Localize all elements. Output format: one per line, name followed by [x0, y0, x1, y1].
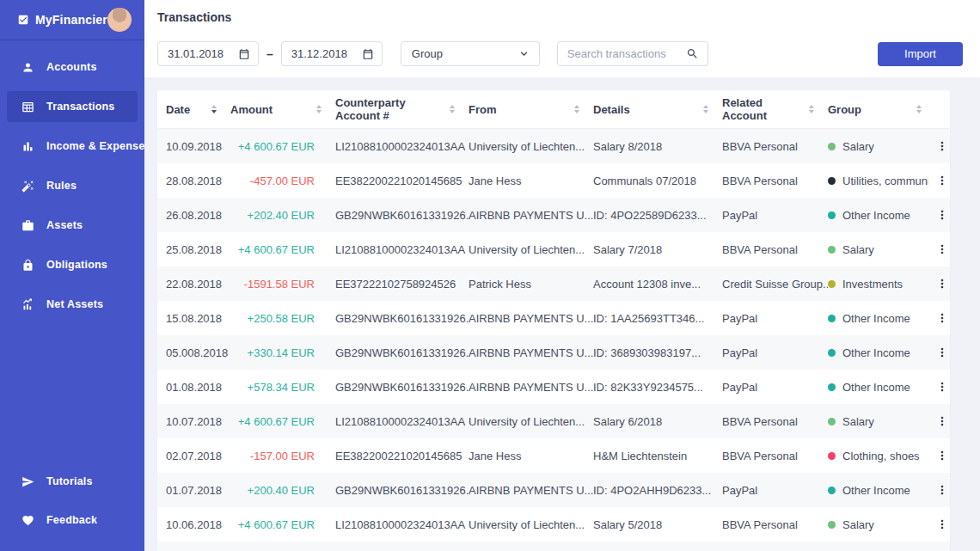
sidebar-item-label: Rules [46, 180, 77, 192]
cell-counterparty-account: LI21088100002324013AA [335, 140, 469, 153]
cell-group: Salary [828, 415, 935, 428]
group-color-dot [828, 280, 836, 288]
date-from-value[interactable] [168, 47, 230, 60]
cell-counterparty-account: GB29NWBK60161331926... [335, 209, 469, 222]
row-menu-button[interactable] [935, 346, 950, 359]
sidebar-header: MyFinancier [0, 0, 144, 40]
sidebar-item-net-assets[interactable]: Net Assets [7, 289, 138, 320]
calendar-icon[interactable] [238, 48, 250, 60]
calendar-icon[interactable] [362, 48, 374, 60]
column-header-group[interactable]: Group [828, 103, 935, 116]
row-menu-button[interactable] [935, 242, 950, 256]
row-menu-button[interactable] [935, 517, 950, 531]
date-to-value[interactable] [291, 47, 353, 60]
table-header: DateAmountCounterparty Account #FromDeta… [157, 90, 950, 129]
cell-related-account: PayPal [722, 209, 828, 222]
group-label: Other Income [842, 312, 910, 325]
sidebar-item-assets[interactable]: Assets [7, 210, 138, 241]
date-to-input[interactable] [281, 41, 383, 66]
group-label: Other Income [842, 346, 910, 359]
column-header-amount[interactable]: Amount [230, 103, 335, 116]
cell-from: Jane Hess [469, 450, 593, 462]
row-menu-button[interactable] [935, 174, 950, 187]
kebab-menu-icon [935, 208, 949, 222]
sidebar-nav: AccountsTransactionsIncome & ExpensesRul… [0, 40, 144, 320]
cell-from: AIRBNB PAYMENTS U... [469, 381, 593, 394]
column-header-details[interactable]: Details [593, 103, 722, 116]
sidebar-item-transactions[interactable]: Transactions [7, 91, 138, 122]
column-header-from[interactable]: From [469, 103, 593, 116]
cell-details: H&M Liechtenstein [593, 450, 722, 462]
cell-group: Salary [828, 518, 935, 531]
kebab-menu-icon [935, 277, 949, 291]
cell-counterparty-account: LI21088100002324013AA [335, 415, 469, 428]
cell-group: Utilities, communi... [828, 174, 935, 187]
column-header-related-account[interactable]: Related Account [722, 96, 828, 122]
row-menu-button[interactable] [935, 449, 950, 462]
column-header-counterparty-account[interactable]: Counterparty Account # [335, 96, 469, 122]
sidebar-item-income-expenses[interactable]: Income & Expenses [7, 131, 138, 162]
table-row: 22.08.2018-1591.58 EUREE3722210275892452… [157, 266, 950, 301]
sidebar-item-label: Accounts [46, 61, 97, 73]
group-color-dot [828, 246, 836, 254]
cell-details: Communals 07/2018 [593, 174, 722, 187]
cell-related-account: Credit Suisse Group... [722, 278, 828, 291]
row-menu-button[interactable] [935, 311, 950, 325]
cell-counterparty-account: EE37222102758924526 [335, 278, 469, 291]
filter-bar: – Group Import [157, 41, 963, 66]
bar-chart-icon [21, 140, 34, 153]
sidebar-item-label: Income & Expenses [46, 140, 151, 152]
sort-icon [450, 105, 455, 113]
column-label: Details [593, 103, 630, 116]
person-icon [21, 61, 34, 74]
row-menu-button[interactable] [935, 483, 950, 497]
sidebar-item-tutorials[interactable]: Tutorials [7, 466, 138, 497]
row-menu-button[interactable] [935, 139, 950, 153]
cell-details: Account 12308 inve... [593, 278, 722, 291]
group-label: Utilities, communi... [842, 174, 928, 187]
date-range-separator: – [266, 47, 273, 61]
search-box[interactable] [557, 41, 708, 66]
cell-amount: +4 600.67 EUR [230, 140, 335, 153]
trend-chart-icon [21, 298, 34, 311]
sidebar-item-obligations[interactable]: Obligations [7, 249, 138, 280]
import-button[interactable]: Import [878, 42, 963, 66]
row-menu-button[interactable] [935, 380, 950, 394]
sidebar-item-rules[interactable]: Rules [7, 170, 138, 201]
cell-details: ID: 4PO22589D6233... [593, 209, 722, 222]
column-label: Amount [230, 103, 273, 116]
sort-icon [703, 105, 708, 113]
row-menu-button[interactable] [935, 414, 950, 428]
column-header-date[interactable]: Date [166, 103, 230, 116]
cell-amount: +202.40 EUR [230, 209, 335, 222]
group-label: Other Income [842, 484, 910, 497]
cell-counterparty-account: EE382200221020145685 [335, 450, 469, 462]
row-menu-button[interactable] [935, 277, 950, 291]
kebab-menu-icon [935, 449, 949, 462]
check-square-icon [17, 14, 29, 26]
cell-from: University of Liechten... [469, 243, 593, 256]
date-from-input[interactable] [157, 41, 259, 66]
cell-counterparty-account: GB29NWBK60161331926... [335, 312, 469, 325]
search-input[interactable] [567, 47, 681, 60]
cell-counterparty-account: GB29NWBK60161331926... [335, 346, 469, 359]
transactions-table: DateAmountCounterparty Account #FromDeta… [157, 90, 950, 551]
cell-date: 01.08.2018 [166, 381, 230, 394]
kebab-menu-icon [935, 483, 949, 497]
heart-icon [21, 514, 34, 527]
cell-date: 26.08.2018 [166, 209, 230, 222]
row-menu-button[interactable] [935, 208, 950, 222]
group-filter-select[interactable]: Group [401, 41, 540, 66]
avatar[interactable] [107, 8, 132, 32]
sidebar-item-accounts[interactable]: Accounts [7, 52, 138, 83]
table-row: 28.08.2018-457.00 EUREE38220022102014568… [157, 163, 950, 198]
cell-related-account: BBVA Personal [722, 518, 828, 531]
kebab-menu-icon [935, 139, 949, 153]
cell-from: AIRBNB PAYMENTS U... [469, 209, 593, 222]
cell-related-account: PayPal [722, 381, 828, 394]
kebab-menu-icon [935, 311, 949, 325]
app-logo: MyFinancier [17, 13, 107, 27]
cell-amount: +250.58 EUR [230, 312, 335, 325]
search-icon[interactable] [686, 47, 699, 60]
sidebar-item-feedback[interactable]: Feedback [7, 505, 138, 536]
